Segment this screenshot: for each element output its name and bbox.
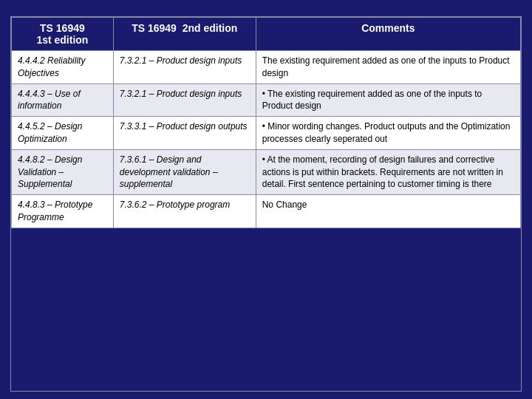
comparison-table-wrapper: TS 169491st edition TS 16949 2nd edition… <box>10 16 522 392</box>
table-header-row: TS 169491st edition TS 16949 2nd edition… <box>12 18 521 51</box>
bullet-item: The existing requirement added as one of… <box>262 88 514 113</box>
cell-col1: 4.4.8.2 – Design Validation – Supplement… <box>12 149 114 194</box>
cell-col3: The existing requirement added as one of… <box>256 83 520 117</box>
cell-col2: 7.3.3.1 – Product design outputs <box>113 117 256 150</box>
table-row: 4.4.5.2 – Design Optimization7.3.3.1 – P… <box>12 117 521 150</box>
main-page: TS 169491st edition TS 16949 2nd edition… <box>0 0 532 399</box>
bullet-item: At the moment, recording of design failu… <box>262 154 514 191</box>
header-col2: TS 16949 2nd edition <box>113 18 256 51</box>
cell-col3: The existing requirement added as one of… <box>256 51 520 84</box>
table-body: 4.4.4.2 Reliability Objectives7.3.2.1 – … <box>12 51 521 228</box>
table-row: 4.4.8.3 – Prototype Programme7.3.6.2 – P… <box>12 195 521 228</box>
cell-col2: 7.3.2.1 – Product design inputs <box>113 83 256 117</box>
cell-col2: 7.3.6.1 – Design and development validat… <box>113 149 256 194</box>
table-row: 4.4.4.3 – Use of information7.3.2.1 – Pr… <box>12 83 521 117</box>
cell-col3: Minor wording changes. Product outputs a… <box>256 117 520 150</box>
header-col1: TS 169491st edition <box>12 18 114 51</box>
header-col3: Comments <box>256 18 520 51</box>
table-row: 4.4.4.2 Reliability Objectives7.3.2.1 – … <box>12 51 521 84</box>
cell-col1: 4.4.5.2 – Design Optimization <box>12 117 114 150</box>
cell-col1: 4.4.4.3 – Use of information <box>12 83 114 117</box>
cell-col1: 4.4.8.3 – Prototype Programme <box>12 195 114 228</box>
cell-col3: At the moment, recording of design failu… <box>256 149 520 194</box>
comparison-table: TS 169491st edition TS 16949 2nd edition… <box>11 17 521 228</box>
table-row: 4.4.8.2 – Design Validation – Supplement… <box>12 149 521 194</box>
bullet-item: Minor wording changes. Product outputs a… <box>262 120 514 146</box>
cell-col2: 7.3.2.1 – Product design inputs <box>113 51 256 84</box>
cell-col3: No Change <box>256 195 520 228</box>
cell-col2: 7.3.6.2 – Prototype program <box>113 195 256 228</box>
cell-col1: 4.4.4.2 Reliability Objectives <box>12 51 114 84</box>
